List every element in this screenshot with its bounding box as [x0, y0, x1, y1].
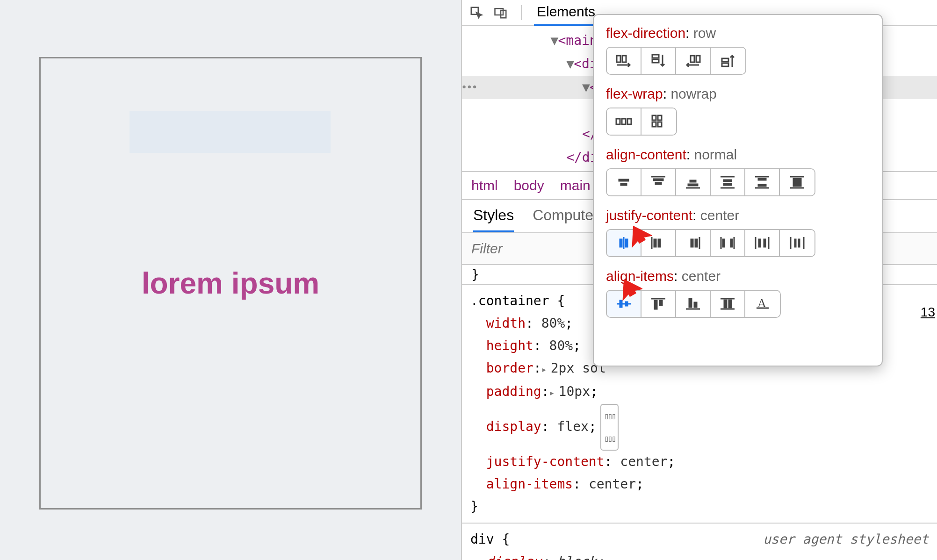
svg-rect-10 — [722, 63, 728, 66]
svg-rect-12 — [622, 119, 626, 124]
highlight-overlay — [130, 111, 331, 153]
svg-rect-64 — [689, 298, 692, 308]
separator — [521, 5, 522, 20]
svg-rect-69 — [728, 300, 732, 308]
tab-computed[interactable]: Computed — [533, 207, 602, 232]
svg-rect-52 — [764, 239, 766, 247]
svg-rect-1 — [495, 8, 504, 15]
svg-rect-22 — [655, 182, 662, 185]
svg-rect-18 — [619, 179, 629, 181]
svg-rect-43 — [691, 239, 693, 247]
svg-rect-23 — [690, 180, 696, 182]
tab-styles[interactable]: Styles — [473, 207, 514, 232]
annotation-arrow-icon — [624, 224, 652, 252]
svg-rect-27 — [723, 179, 732, 182]
svg-rect-48 — [730, 239, 733, 247]
flex-direction-row-reverse-icon[interactable] — [676, 48, 711, 74]
svg-rect-31 — [758, 178, 766, 180]
inspect-icon[interactable] — [468, 5, 484, 21]
align-items-stretch-icon[interactable] — [711, 291, 745, 317]
svg-rect-68 — [724, 300, 727, 308]
svg-rect-3 — [617, 56, 620, 62]
svg-rect-55 — [794, 239, 796, 247]
source-link[interactable]: 13 — [921, 305, 937, 320]
svg-rect-21 — [653, 179, 663, 181]
svg-rect-62 — [654, 300, 657, 309]
align-items-baseline-icon[interactable]: A — [745, 291, 780, 317]
svg-rect-24 — [688, 184, 698, 186]
svg-rect-13 — [627, 119, 631, 124]
container-box: lorem ipsum — [39, 57, 422, 510]
css-rule-div-ua[interactable]: user agent stylesheet div { display: blo… — [462, 524, 937, 560]
svg-rect-9 — [722, 58, 728, 62]
page-preview: lorem ipsum — [0, 0, 461, 560]
align-items-start-icon[interactable] — [641, 291, 676, 317]
svg-rect-41 — [654, 239, 656, 247]
svg-rect-28 — [723, 183, 732, 186]
breadcrumb-item[interactable]: html — [471, 178, 498, 194]
svg-rect-19 — [620, 183, 627, 186]
svg-rect-65 — [694, 302, 697, 308]
align-content-end-icon[interactable] — [676, 169, 711, 195]
svg-rect-17 — [658, 122, 662, 127]
flexbox-editor-popover: flex-direction: row flex-wrap: nowrap al… — [593, 14, 883, 366]
justify-content-space-between-icon[interactable] — [711, 230, 745, 256]
svg-rect-32 — [758, 184, 766, 187]
svg-rect-35 — [793, 178, 801, 187]
group-flex-wrap: flex-wrap: nowrap — [606, 86, 870, 136]
preview-heading: lorem ipsum — [142, 266, 320, 301]
svg-rect-8 — [696, 56, 700, 62]
align-content-center-icon[interactable] — [607, 169, 641, 195]
group-flex-direction: flex-direction: row — [606, 25, 870, 75]
justify-content-space-around-icon[interactable] — [745, 230, 780, 256]
align-content-start-icon[interactable] — [641, 169, 676, 195]
svg-rect-63 — [659, 300, 663, 306]
group-align-items: align-items: center A — [606, 268, 870, 318]
svg-rect-15 — [658, 115, 662, 120]
ua-stylesheet-label: user agent stylesheet — [763, 528, 929, 551]
breadcrumb-item[interactable]: body — [514, 178, 544, 194]
svg-marker-73 — [624, 224, 652, 248]
breadcrumb-item[interactable]: main — [560, 178, 591, 194]
svg-rect-11 — [616, 119, 620, 124]
svg-rect-51 — [758, 239, 761, 247]
align-items-end-icon[interactable] — [676, 291, 711, 317]
devtools-panel: Elements ▼<main> ▼<div class=" ▼<div cla… — [461, 0, 937, 560]
svg-rect-47 — [722, 239, 725, 247]
align-content-space-between-icon[interactable] — [745, 169, 780, 195]
align-content-space-around-icon[interactable] — [711, 169, 745, 195]
svg-rect-16 — [652, 122, 656, 127]
css-selector[interactable]: div — [470, 531, 494, 547]
flex-wrap-nowrap-icon[interactable] — [607, 108, 641, 135]
svg-rect-44 — [695, 239, 698, 247]
flex-editor-badge-icon[interactable]: ▯▯▯▯▯▯ — [600, 404, 619, 451]
align-content-stretch-icon[interactable] — [780, 169, 814, 195]
svg-rect-7 — [691, 56, 694, 62]
svg-rect-6 — [652, 59, 659, 63]
device-toggle-icon[interactable] — [493, 5, 509, 21]
tab-elements[interactable]: Elements — [534, 0, 598, 26]
svg-marker-74 — [614, 278, 642, 301]
flex-direction-column-reverse-icon[interactable] — [711, 48, 745, 74]
flex-wrap-wrap-icon[interactable] — [641, 108, 676, 135]
justify-content-space-evenly-icon[interactable] — [780, 230, 814, 256]
svg-rect-14 — [652, 115, 656, 120]
flex-direction-row-icon[interactable] — [607, 48, 641, 74]
css-selector[interactable]: .container — [470, 293, 549, 309]
svg-rect-4 — [622, 56, 626, 62]
justify-content-end-icon[interactable] — [676, 230, 711, 256]
flex-direction-column-icon[interactable] — [641, 48, 676, 74]
svg-rect-56 — [798, 239, 800, 247]
svg-rect-37 — [620, 239, 622, 247]
group-align-content: align-content: normal — [606, 147, 870, 196]
svg-rect-5 — [652, 55, 659, 58]
annotation-arrow-icon — [614, 278, 642, 306]
svg-rect-42 — [658, 239, 661, 247]
